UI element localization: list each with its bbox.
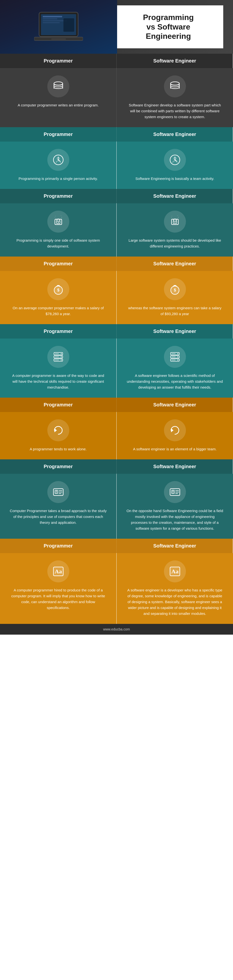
database-icon-left	[52, 80, 65, 93]
footer: www.educba.com	[0, 624, 233, 635]
svg-point-42	[178, 356, 178, 357]
section-3-content: Programming is simply one side of softwa…	[0, 203, 233, 256]
section-4-right-content: $ whereas the software system engineers …	[117, 271, 233, 324]
section-2-left-content: Programming is primarily a single person…	[0, 142, 116, 189]
section-4-right-header: Software Engineer	[116, 256, 233, 271]
section-7-left-icon	[48, 481, 69, 503]
svg-rect-8	[51, 38, 66, 40]
section-5-left-header: Programmer	[0, 324, 116, 339]
svg-text:$: $	[57, 288, 59, 292]
section-2-left-header: Programmer	[0, 127, 116, 142]
section-8-right-content: Aa A software engineer is a developer wh…	[117, 553, 233, 624]
section-2-content: Programming is primarily a single person…	[0, 142, 233, 189]
section-4-right-icon: $	[164, 278, 186, 300]
section-5-content: A computer programmer is aware of the wa…	[0, 339, 233, 398]
svg-rect-5	[43, 22, 60, 23]
section-3-header: Programmer Software Engineer	[0, 189, 233, 203]
svg-text:$: $	[174, 288, 176, 292]
gear-lock-icon-left	[52, 215, 65, 228]
section-7-content: Computer Programmer takes a broad approa…	[0, 474, 233, 539]
svg-text:Aa: Aa	[171, 568, 178, 574]
section-8-header: Programmer Software Engineer	[0, 539, 233, 553]
section-2-right-icon	[164, 149, 186, 171]
svg-text:Aa: Aa	[55, 568, 62, 574]
section-6-left-content: A programmer tends to work alone.	[0, 412, 116, 459]
svg-point-24	[171, 215, 178, 221]
footer-url: www.educba.com	[103, 627, 130, 631]
hero-title: Programming vs Software Engineering	[122, 13, 215, 41]
section-5-right-content: A software engineer follows a scientific…	[117, 339, 233, 398]
section-8-right-header: Software Engineer	[116, 539, 233, 553]
section-3-right-content: Large software system systems should be …	[117, 203, 233, 256]
section-5-header: Programmer Software Engineer	[0, 324, 233, 339]
svg-rect-2	[43, 16, 62, 18]
svg-point-54	[55, 490, 57, 492]
refresh-icon-left	[52, 424, 65, 437]
svg-marker-48	[171, 428, 173, 432]
svg-point-32	[61, 353, 62, 354]
hero-section: Programming vs Software Engineering	[0, 0, 233, 54]
section-1-right-content: Software Engineer develop a software sys…	[117, 68, 233, 127]
svg-point-20	[55, 215, 62, 221]
section-6-header: Programmer Software Engineer	[0, 398, 233, 412]
section-8-right-icon: Aa	[164, 560, 186, 582]
money-bag-icon-right: $	[169, 283, 181, 296]
svg-rect-3	[43, 18, 57, 19]
section-7-right-icon	[164, 481, 186, 503]
id-card-icon-right	[169, 486, 181, 498]
section-3-left-icon	[48, 211, 69, 232]
section-4-header: Programmer Software Engineer	[0, 256, 233, 271]
section-3-left-header: Programmer	[0, 189, 116, 203]
server-stack-icon-left	[52, 350, 65, 363]
section-6-right-content: A software engineer is an element of a b…	[117, 412, 233, 459]
section-4-left-content: $ On an average computer programmer make…	[0, 271, 116, 324]
section-1-left-icon	[48, 75, 69, 97]
section-3-left-content: Programming is simply one side of softwa…	[0, 203, 116, 256]
section-4-content: $ On an average computer programmer make…	[0, 271, 233, 324]
section-5-left-icon	[48, 346, 69, 368]
section-6-content: A programmer tends to work alone. A soft…	[0, 412, 233, 459]
svg-point-43	[178, 360, 178, 361]
section-5-right-header: Software Engineer	[116, 324, 233, 339]
svg-point-34	[61, 360, 62, 361]
server-stack-icon-right	[169, 350, 181, 363]
svg-point-33	[61, 356, 62, 357]
section-3-right-icon	[164, 211, 186, 232]
section-1-left-content: A computer programmer writes an entire p…	[0, 68, 116, 127]
database-icon-right	[169, 80, 181, 93]
section-8-left-icon: Aa	[48, 560, 69, 582]
section-6-right-icon	[164, 419, 186, 441]
section-6-right-header: Software Engineer	[116, 398, 233, 412]
section-7-right-header: Software Engineer	[116, 459, 233, 474]
hero-title-box: Programming vs Software Engineering	[113, 5, 223, 48]
clock-icon-left	[52, 154, 65, 166]
section-1-left-header: Programmer	[0, 54, 116, 68]
svg-rect-6	[63, 18, 74, 32]
section-6-left-header: Programmer	[0, 398, 116, 412]
id-card-icon-left	[52, 486, 65, 498]
svg-point-23	[174, 222, 176, 223]
font-icon-left: Aa	[52, 565, 65, 578]
section-4-left-icon: $	[48, 278, 69, 300]
hero-background	[0, 0, 117, 54]
section-2-left-icon	[48, 149, 69, 171]
svg-point-41	[178, 353, 178, 354]
svg-marker-47	[54, 428, 57, 432]
section-5-right-icon	[164, 346, 186, 368]
section-8-left-header: Programmer	[0, 539, 116, 553]
font-icon-right: Aa	[169, 565, 181, 578]
section-7-left-content: Computer Programmer takes a broad approa…	[0, 474, 116, 539]
section-2-right-header: Software Engineer	[116, 127, 233, 142]
section-2-right-content: Software Engineering is basically a team…	[117, 142, 233, 189]
refresh-icon-right	[169, 424, 181, 437]
section-6-left-icon	[48, 419, 69, 441]
svg-point-60	[172, 490, 174, 492]
section-8-content: Aa A computer programmer hired to produc…	[0, 553, 233, 624]
section-1-right-header: Software Engineer	[116, 54, 233, 68]
section-5-left-content: A computer programmer is aware of the wa…	[0, 339, 116, 398]
money-bag-icon-left: $	[52, 283, 65, 296]
section-1-right-icon	[164, 75, 186, 97]
laptop-illustration	[34, 10, 83, 44]
section-3-right-header: Software Engineer	[116, 189, 233, 203]
section-8-left-content: Aa A computer programmer hired to produc…	[0, 553, 116, 624]
